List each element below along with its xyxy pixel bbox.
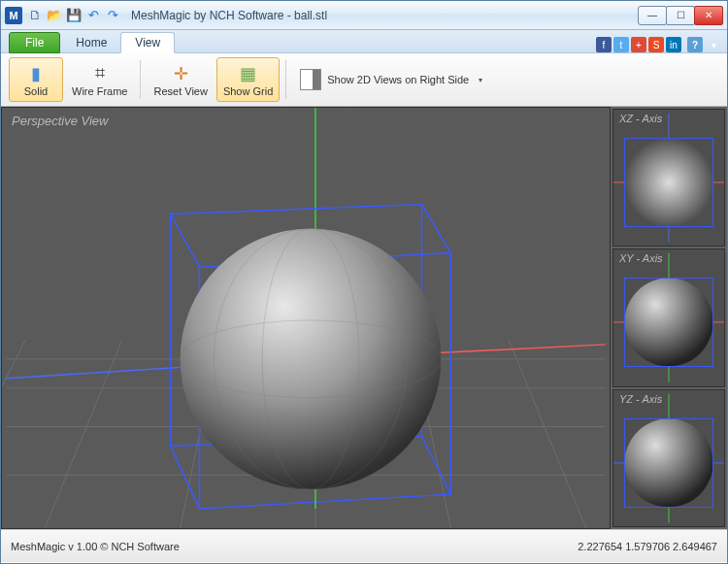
svg-point-25 bbox=[624, 279, 712, 367]
help-dropdown-icon[interactable]: ▾ bbox=[706, 37, 721, 52]
home-tab[interactable]: Home bbox=[62, 33, 120, 52]
status-bar: MeshMagic v 1.00 © NCH Software 2.227654… bbox=[1, 529, 727, 562]
yz-viewport[interactable]: YZ - Axis bbox=[612, 389, 725, 527]
side-views-panel: XZ - Axis XY - Axis YZ - Axis bbox=[611, 107, 727, 529]
reset-view-label: Reset View bbox=[153, 85, 207, 97]
title-bar: M 🗋 📂 💾 ↶ ↷ MeshMagic by NCH Software - … bbox=[1, 1, 727, 30]
xz-viewport[interactable]: XZ - Axis bbox=[612, 109, 725, 247]
stumbleupon-icon[interactable]: S bbox=[648, 37, 664, 52]
show-2d-views-button[interactable]: Show 2D Views on Right Side ▾ bbox=[292, 57, 490, 102]
ribbon-separator bbox=[285, 60, 286, 99]
show-2d-dropdown-icon: ▾ bbox=[479, 76, 482, 84]
qat-new-icon[interactable]: 🗋 bbox=[26, 7, 44, 24]
qat-undo-icon[interactable]: ↶ bbox=[84, 7, 102, 24]
perspective-label: Perspective View bbox=[12, 114, 108, 128]
xz-label: XZ - Axis bbox=[619, 113, 662, 124]
reset-view-icon: ✛ bbox=[170, 63, 191, 84]
svg-point-29 bbox=[624, 418, 712, 507]
svg-line-5 bbox=[45, 340, 122, 528]
quick-access-toolbar: 🗋 📂 💾 ↶ ↷ bbox=[26, 7, 121, 24]
window-title: MeshMagic by NCH Software - ball.stl bbox=[127, 9, 639, 22]
wireframe-icon: ⌗ bbox=[89, 63, 111, 84]
wireframe-button[interactable]: ⌗ Wire Frame bbox=[65, 57, 134, 102]
xy-label: XY - Axis bbox=[619, 252, 663, 264]
reset-view-button[interactable]: ✛ Reset View bbox=[147, 57, 214, 102]
ribbon-separator bbox=[140, 60, 141, 99]
yz-label: YZ - Axis bbox=[619, 393, 662, 405]
facebook-icon[interactable]: f bbox=[596, 37, 612, 52]
svg-point-21 bbox=[624, 138, 712, 226]
help-icon[interactable]: ? bbox=[687, 37, 703, 52]
solid-icon: ▮ bbox=[25, 63, 47, 84]
show-grid-label: Show Grid bbox=[223, 85, 273, 97]
window-controls: — ☐ ✕ bbox=[639, 6, 723, 25]
workspace: Perspective View bbox=[1, 107, 727, 529]
solid-label: Solid bbox=[24, 85, 48, 97]
xy-viewport[interactable]: XY - Axis bbox=[612, 249, 725, 386]
wireframe-label: Wire Frame bbox=[72, 85, 127, 97]
linkedin-icon[interactable]: in bbox=[666, 37, 681, 52]
svg-line-4 bbox=[2, 340, 25, 528]
file-tab[interactable]: File bbox=[9, 32, 60, 53]
maximize-button[interactable]: ☐ bbox=[666, 6, 695, 25]
google-plus-icon[interactable]: + bbox=[631, 37, 646, 52]
view-tab[interactable]: View bbox=[120, 32, 175, 53]
solid-button[interactable]: ▮ Solid bbox=[9, 57, 63, 102]
show-grid-button[interactable]: ▦ Show Grid bbox=[216, 57, 280, 102]
perspective-scene bbox=[2, 108, 610, 528]
svg-line-9 bbox=[509, 340, 586, 528]
minimize-button[interactable]: — bbox=[638, 6, 667, 25]
ribbon-tabs: File Home View f t + S in ? ▾ bbox=[1, 30, 727, 53]
social-links: f t + S in ? ▾ bbox=[596, 37, 727, 52]
close-button[interactable]: ✕ bbox=[694, 6, 723, 25]
app-icon: M bbox=[5, 7, 22, 24]
perspective-viewport[interactable]: Perspective View bbox=[1, 107, 611, 529]
qat-redo-icon[interactable]: ↷ bbox=[104, 7, 121, 24]
ribbon-view: ▮ Solid ⌗ Wire Frame ✛ Reset View ▦ Show… bbox=[1, 53, 727, 107]
status-coords: 2.227654 1.579706 2.649467 bbox=[578, 541, 717, 552]
qat-save-icon[interactable]: 💾 bbox=[65, 7, 83, 24]
twitter-icon[interactable]: t bbox=[613, 37, 629, 52]
show-2d-label: Show 2D Views on Right Side bbox=[327, 74, 469, 85]
status-version: MeshMagic v 1.00 © NCH Software bbox=[11, 541, 180, 552]
show-grid-icon: ▦ bbox=[238, 63, 259, 84]
qat-open-icon[interactable]: 📂 bbox=[46, 7, 63, 24]
sphere-mesh bbox=[181, 228, 442, 489]
show-2d-icon bbox=[300, 69, 321, 90]
